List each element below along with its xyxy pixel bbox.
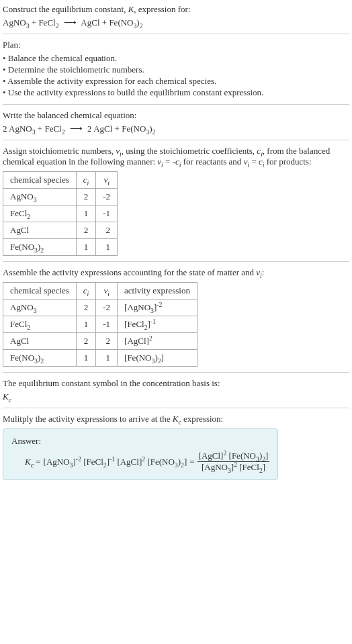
superscript: -1 bbox=[109, 455, 115, 462]
plan-item: • Use the activity expressions to build … bbox=[3, 87, 349, 98]
subscript: i bbox=[87, 290, 89, 297]
expr: [AgCl] bbox=[117, 457, 142, 467]
answer-box: Answer: Kc = [AgNO3]-2 [FeCl2]-1 [AgCl]2… bbox=[3, 428, 278, 480]
cell-species: FeCl2 bbox=[3, 205, 77, 222]
species: AgNO bbox=[9, 124, 32, 134]
multiply-text: Mulitply the activity expressions to arr… bbox=[3, 414, 349, 424]
subscript: 2 bbox=[27, 213, 30, 220]
col-nui: νi bbox=[96, 283, 118, 300]
balanced-title: Write the balanced chemical equation: bbox=[3, 110, 349, 121]
kc-product: [AgNO3]-2 [FeCl2]-1 [AgCl]2 [Fe(NO3)2] bbox=[44, 457, 187, 467]
answer-section: Mulitply the activity expressions to arr… bbox=[3, 408, 349, 486]
superscript: -1 bbox=[150, 318, 156, 325]
cell-ci: 1 bbox=[76, 205, 96, 222]
col-activity: activity expression bbox=[118, 283, 197, 300]
arrow-icon: ⟶ bbox=[70, 124, 83, 134]
table-row: AgNO3 2 -2 bbox=[3, 189, 118, 205]
species: AgCl bbox=[93, 124, 112, 134]
prompt-equation: AgNO3 + FeCl2 ⟶ AgCl + Fe(NO3)2 bbox=[3, 17, 349, 28]
op-plus: + bbox=[30, 17, 39, 28]
cell-activity: [FeCl2]-1 bbox=[118, 316, 197, 333]
text: Mulitply the activity expressions to arr… bbox=[3, 414, 173, 424]
arrow-icon: ⟶ bbox=[64, 17, 77, 28]
op-plus: + bbox=[100, 17, 109, 28]
text: = bbox=[249, 156, 259, 167]
subscript: 2 bbox=[40, 357, 44, 365]
expr: [Fe(NO bbox=[147, 457, 174, 467]
cell-species: AgNO3 bbox=[3, 189, 77, 205]
subscript: 2 bbox=[62, 128, 65, 136]
op-equals: = bbox=[189, 457, 194, 467]
op-equals: = bbox=[34, 457, 41, 467]
cell-nui: 1 bbox=[96, 239, 118, 256]
text: expression: bbox=[181, 414, 223, 424]
text: Assign stoichiometric numbers, bbox=[3, 146, 116, 156]
fraction-denominator: [AgNO3]2 [FeCl2] bbox=[197, 462, 270, 473]
expr: ] bbox=[265, 451, 268, 461]
cell-activity: [Fe(NO3)2] bbox=[118, 350, 197, 367]
text: = - bbox=[163, 156, 175, 167]
text: Assemble the activity expressions accoun… bbox=[3, 267, 256, 277]
text: : bbox=[262, 267, 265, 277]
species: Fe(NO bbox=[10, 242, 34, 252]
plan-list: • Balance the chemical equation. • Deter… bbox=[3, 53, 349, 98]
subscript: 2 bbox=[56, 22, 59, 30]
coefficient: 2 bbox=[3, 124, 9, 134]
superscript: 2 bbox=[234, 461, 237, 468]
table-header-row: chemical species ci νi activity expressi… bbox=[3, 283, 197, 300]
species: FeCl bbox=[10, 319, 27, 329]
expr: [AgNO bbox=[124, 302, 150, 312]
subscript: 2 bbox=[40, 246, 44, 254]
cell-ci: 2 bbox=[76, 222, 96, 239]
plan-title: Plan: bbox=[3, 40, 349, 50]
cell-species: AgCl bbox=[3, 333, 77, 350]
subscript: i bbox=[107, 179, 109, 187]
subscript: 2 bbox=[27, 324, 30, 331]
col-species: chemical species bbox=[3, 283, 77, 300]
kc-fraction: [AgCl]2 [Fe(NO3)2] [AgNO3]2 [FeCl2] bbox=[197, 451, 270, 473]
table-header-row: chemical species ci νi bbox=[3, 172, 118, 189]
text: for products: bbox=[264, 156, 311, 167]
plan-item: • Determine the stoichiometric numbers. bbox=[3, 64, 349, 75]
expr: [FeCl bbox=[239, 462, 259, 472]
activity-table: chemical species ci νi activity expressi… bbox=[3, 282, 197, 367]
cell-nui: -1 bbox=[96, 205, 118, 222]
activity-section: Assemble the activity expressions accoun… bbox=[3, 262, 349, 373]
prompt-section: Construct the equilibrium constant, K, e… bbox=[3, 4, 349, 34]
species: AgNO bbox=[10, 302, 34, 312]
cell-species: FeCl2 bbox=[3, 316, 77, 333]
species: Fe(NO bbox=[109, 17, 133, 28]
subscript: 3 bbox=[34, 307, 37, 314]
col-ci: ci bbox=[76, 172, 96, 189]
species: Fe(NO bbox=[122, 124, 146, 134]
op-plus: + bbox=[36, 124, 45, 134]
species: FeCl bbox=[38, 17, 55, 28]
species: AgCl bbox=[10, 225, 29, 235]
cell-ci: 2 bbox=[76, 300, 96, 316]
expr: ] bbox=[263, 462, 265, 472]
species: AgCl bbox=[81, 17, 99, 28]
text: , using the stoichiometric coefficients, bbox=[122, 146, 257, 156]
symbol-text: The equilibrium constant symbol in the c… bbox=[3, 378, 349, 389]
cell-nui: 1 bbox=[96, 350, 118, 367]
subscript: i bbox=[107, 290, 109, 297]
symbol-k: K bbox=[3, 392, 9, 402]
prompt-text: Construct the equilibrium constant, K, e… bbox=[3, 4, 190, 14]
cell-ci: 1 bbox=[76, 350, 96, 367]
expr: ] bbox=[161, 353, 164, 363]
species: FeCl bbox=[10, 208, 27, 218]
subscript: c bbox=[9, 396, 11, 404]
table-row: Fe(NO3)2 1 1 [Fe(NO3)2] bbox=[3, 350, 197, 367]
assign-section: Assign stoichiometric numbers, νi, using… bbox=[3, 140, 349, 262]
subscript: 3 bbox=[34, 196, 37, 203]
superscript: 2 bbox=[223, 449, 226, 457]
cell-ci: 1 bbox=[76, 316, 96, 333]
col-species: chemical species bbox=[3, 172, 77, 189]
expr: [AgCl] bbox=[199, 451, 224, 461]
expr: ] bbox=[184, 457, 187, 467]
cell-ci: 1 bbox=[76, 239, 96, 256]
answer-label: Answer: bbox=[11, 436, 269, 447]
species: AgNO bbox=[10, 191, 34, 201]
subscript: 2 bbox=[140, 22, 143, 30]
expr: [FeCl bbox=[124, 319, 144, 329]
